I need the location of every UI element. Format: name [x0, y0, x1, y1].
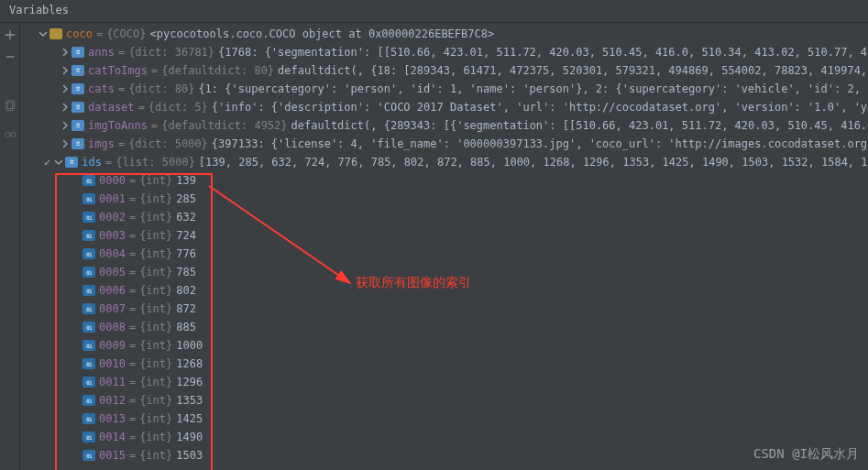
index-label: 0002: [99, 211, 126, 224]
chevron-right-icon[interactable]: [60, 139, 70, 148]
var-value: 285: [176, 192, 196, 205]
list-item[interactable]: 010012={int}1353: [20, 391, 868, 410]
action-gutter: [0, 23, 20, 470]
list-item[interactable]: 010000={int}139: [20, 171, 868, 190]
chevron-right-icon[interactable]: [60, 66, 70, 75]
var-value: defaultdict(, {289343: [{'segmentation':…: [291, 119, 868, 132]
svg-point-2: [5, 132, 9, 137]
int-icon: 01: [82, 432, 95, 443]
var-value: 785: [176, 266, 196, 279]
check-icon: ✔: [44, 156, 50, 169]
index-label: 0007: [99, 302, 126, 315]
var-value: {'info': {'description': 'COCO 2017 Data…: [212, 101, 868, 114]
index-label: 0008: [99, 321, 126, 333]
list-item[interactable]: 010015={int}1503: [20, 446, 868, 465]
var-value: 872: [176, 302, 196, 315]
var-type: {defaultdict: 80}: [161, 64, 274, 77]
field-icon: ≡: [71, 138, 84, 149]
list-item[interactable]: 010010={int}1268: [20, 355, 868, 373]
var-value: 1425: [176, 412, 203, 425]
var-value: 139: [176, 174, 196, 187]
copy-icon[interactable]: [4, 100, 16, 113]
var-type: {int}: [139, 229, 172, 242]
list-item[interactable]: 010003={int}724: [20, 226, 868, 245]
var-value: 1503: [176, 449, 203, 462]
var-name: catToImgs: [88, 64, 148, 77]
list-item[interactable]: 010001={int}285: [20, 190, 868, 208]
var-value: 1353: [176, 394, 203, 407]
int-icon: 01: [82, 212, 95, 223]
var-type: {int}: [139, 266, 172, 279]
list-item[interactable]: 010009={int}1000: [20, 336, 868, 355]
int-icon: 01: [82, 377, 95, 388]
chevron-down-icon[interactable]: [38, 29, 48, 38]
var-name: cats: [88, 82, 115, 95]
var-type: {int}: [139, 431, 172, 443]
field-icon: ≡: [71, 102, 84, 113]
index-label: 0011: [99, 376, 126, 388]
var-type: {int}: [139, 321, 172, 333]
watermark: CSDN @I松风水月: [753, 446, 859, 463]
remove-icon[interactable]: [4, 50, 16, 63]
var-type: {dict: 5}: [148, 101, 208, 114]
glasses-icon[interactable]: [4, 127, 16, 140]
index-label: 0004: [99, 247, 126, 260]
index-label: 0001: [99, 192, 126, 205]
var-value: 802: [176, 284, 196, 297]
var-type: {int}: [139, 247, 172, 260]
tree-row[interactable]: ≡imgs={dict: 5000}{397133: {'license': 4…: [20, 135, 868, 153]
list-item[interactable]: 010013={int}1425: [20, 410, 868, 428]
add-icon[interactable]: [4, 28, 16, 41]
chevron-right-icon[interactable]: [60, 84, 70, 93]
var-type: {int}: [139, 302, 172, 315]
chevron-right-icon[interactable]: [60, 121, 70, 130]
var-value: <pycocotools.coco.COCO object at 0x00000…: [150, 27, 495, 40]
int-icon: 01: [82, 193, 95, 204]
tree-row-root[interactable]: coco = {COCO} <pycocotools.coco.COCO obj…: [20, 25, 868, 43]
tree-row-ids[interactable]: ✔ ≡ ids = {list: 5000} [139, 285, 632, 7…: [20, 153, 868, 171]
int-icon: 01: [82, 358, 95, 369]
var-value: 1490: [176, 431, 203, 443]
svg-point-3: [10, 132, 15, 137]
var-type: {int}: [139, 339, 172, 352]
var-type: {list: 5000}: [115, 156, 195, 169]
index-label: 0014: [99, 431, 126, 443]
index-label: 0000: [99, 174, 126, 187]
list-item[interactable]: 010014={int}1490: [20, 428, 868, 446]
var-value: 632: [176, 211, 196, 224]
var-value: 776: [176, 247, 196, 260]
chevron-right-icon[interactable]: [60, 48, 70, 57]
chevron-down-icon[interactable]: [54, 158, 63, 167]
tree-row[interactable]: ≡imgToAnns={defaultdict: 4952}defaultdic…: [20, 116, 868, 135]
tree-row[interactable]: ≡cats={dict: 80}{1: {'supercategory': 'p…: [20, 80, 868, 98]
var-name: imgToAnns: [88, 119, 148, 132]
tree-row[interactable]: ≡dataset={dict: 5}{'info': {'description…: [20, 98, 868, 116]
index-label: 0015: [99, 449, 126, 462]
var-value: 1268: [176, 357, 203, 370]
int-icon: 01: [82, 230, 95, 241]
chevron-right-icon[interactable]: [60, 103, 70, 112]
list-icon: ≡: [65, 157, 78, 168]
tree-row[interactable]: ≡anns={dict: 36781}{1768: {'segmentation…: [20, 43, 868, 61]
variables-tree[interactable]: coco = {COCO} <pycocotools.coco.COCO obj…: [20, 23, 868, 470]
var-type: {int}: [139, 449, 172, 462]
var-type: {int}: [139, 284, 172, 297]
int-icon: 01: [82, 248, 95, 259]
var-type: {int}: [139, 357, 172, 370]
tree-row[interactable]: ≡catToImgs={defaultdict: 80}defaultdict(…: [20, 61, 868, 80]
int-icon: 01: [82, 285, 95, 296]
list-item[interactable]: 010007={int}872: [20, 300, 868, 318]
var-value: {397133: {'license': 4, 'file_name': '00…: [212, 137, 868, 150]
list-item[interactable]: 010011={int}1296: [20, 373, 868, 391]
var-type: {int}: [139, 412, 172, 425]
list-item[interactable]: 010004={int}776: [20, 245, 868, 263]
var-name: dataset: [88, 101, 135, 114]
annotation-text: 获取所有图像的索引: [356, 275, 471, 291]
int-icon: 01: [82, 413, 95, 424]
int-icon: 01: [82, 340, 95, 351]
list-item[interactable]: 010008={int}885: [20, 318, 868, 336]
index-label: 0003: [99, 229, 126, 242]
object-icon: [49, 28, 62, 39]
list-item[interactable]: 010002={int}632: [20, 208, 868, 226]
index-label: 0012: [99, 394, 126, 407]
